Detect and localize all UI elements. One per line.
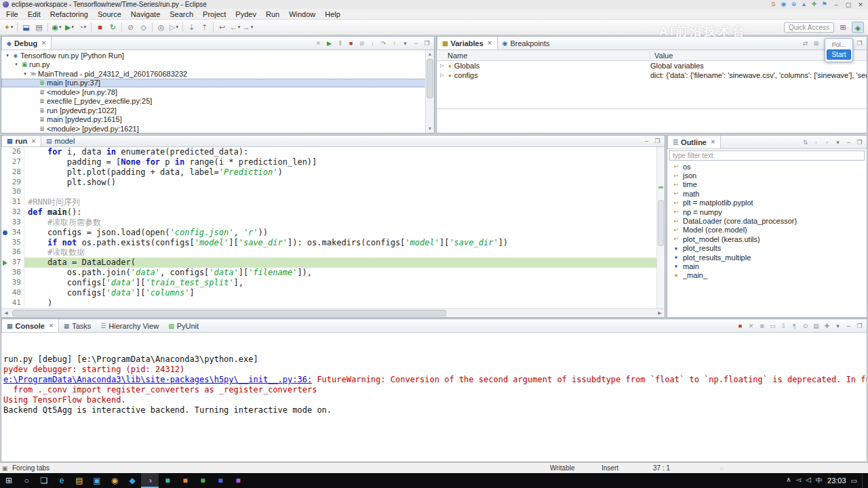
expand-arrow-icon[interactable]: ▾ xyxy=(4,53,11,58)
close-icon[interactable]: ✕ xyxy=(488,40,492,46)
tab-tasks[interactable]: ▦Tasks xyxy=(59,319,96,332)
debug-tree-item[interactable]: ≣execfile [_pydev_execfile.py:25] xyxy=(1,97,434,106)
debug-tree-item[interactable]: ▾≫MainThread - pid_24312_id_260176068323… xyxy=(1,69,434,79)
close-icon[interactable]: ✕ xyxy=(31,138,36,144)
outline-item-plot-results-multiple[interactable]: ●plot_results_multiple xyxy=(667,253,867,262)
new-module-icon[interactable]: ◇ xyxy=(138,21,149,33)
new-wizard-icon[interactable]: ✦▾ xyxy=(3,21,14,33)
recorder-badge-icon[interactable]: S xyxy=(769,1,778,8)
disconnect-icon[interactable]: ⊘ xyxy=(357,40,367,47)
menu-item-edit[interactable]: Edit xyxy=(23,9,45,19)
print-icon[interactable]: ▤ xyxy=(33,21,45,33)
outline-item-np-numpy[interactable]: ↩np = numpy xyxy=(667,207,867,216)
profile-icon[interactable]: ◔▾ xyxy=(77,21,88,33)
scroll-down-icon[interactable]: ▼ xyxy=(426,125,434,133)
expand-arrow-icon[interactable]: ▷ xyxy=(439,73,446,78)
scroll-up-icon[interactable]: ▲ xyxy=(426,50,434,58)
tab-hierarchy-view[interactable]: ☰Hierarchy View xyxy=(96,319,163,332)
menu-item-refactoring[interactable]: Refactoring xyxy=(45,9,93,19)
last-edit-icon[interactable]: ↩ xyxy=(216,21,228,33)
outline-item-math[interactable]: ↩math xyxy=(667,189,867,198)
scroll-lock-icon[interactable]: ⇩ xyxy=(778,323,789,329)
code-line[interactable]: 37 data = DataLoader( xyxy=(1,258,656,268)
run-icon[interactable]: ▶▾ xyxy=(64,21,75,33)
close-icon[interactable]: ✕ xyxy=(49,323,54,329)
menu-item-window[interactable]: Window xyxy=(284,9,320,19)
prev-annotation-icon[interactable]: ⇡ xyxy=(199,21,210,33)
forward-icon[interactable]: →▾ xyxy=(242,21,254,33)
close-icon[interactable]: ✕ xyxy=(711,139,715,145)
expand-arrow-icon[interactable]: ▾ xyxy=(22,71,28,77)
code-line[interactable]: 38 os.path.join('data', configs['data'][… xyxy=(1,268,656,278)
code-line[interactable]: 30 xyxy=(1,187,656,197)
maximize-view-icon[interactable]: ❐ xyxy=(652,138,663,144)
back-icon[interactable]: ←▾ xyxy=(229,21,241,33)
code-line[interactable]: 35 if not os.path.exists(configs['model'… xyxy=(1,238,656,248)
taskbar-app-explorer[interactable]: ▤ xyxy=(71,473,88,488)
menu-item-source[interactable]: Source xyxy=(93,9,126,19)
task-view-icon[interactable]: ❏ xyxy=(35,473,53,488)
external-tools-icon[interactable]: ▷▾ xyxy=(168,21,180,33)
taskbar-app-green[interactable]: ■ xyxy=(194,473,212,488)
start-button[interactable]: ⊞ xyxy=(0,473,18,488)
outline-item-time[interactable]: ↩time xyxy=(667,180,867,189)
debug-scrollbar[interactable]: ▲ ▼ xyxy=(425,50,434,133)
close-window-button[interactable]: ✕ xyxy=(856,1,865,8)
code-line[interactable]: 34 configs = json.load(open('config.json… xyxy=(1,228,656,238)
menu-item-project[interactable]: Project xyxy=(198,9,231,19)
code-line[interactable]: 29 plt.show() xyxy=(1,178,656,188)
outline-item-plot-model-keras-utils[interactable]: ↩plot_model (keras.utils) xyxy=(667,235,867,243)
tray-volume-icon[interactable]: ◁ xyxy=(806,476,811,485)
tab-console[interactable]: ▤Console✕ xyxy=(1,319,59,332)
code-line[interactable]: 31#RNN时间序列 xyxy=(1,197,656,207)
quick-access-field[interactable]: Quick Access xyxy=(784,22,834,33)
minimize-view-icon[interactable]: – xyxy=(844,323,854,329)
code-line[interactable]: 33 #读取所需参数 xyxy=(1,218,656,228)
titlebar-tray-icon-3[interactable]: ▲ xyxy=(800,1,808,8)
resume-icon[interactable]: ▶ xyxy=(324,40,334,47)
debug-tree-item[interactable]: ▾◈Tensorflow run.py [Python Run] xyxy=(1,51,434,60)
taskbar-app-vscode[interactable]: ◆ xyxy=(123,473,141,488)
menu-item-search[interactable]: Search xyxy=(165,9,198,19)
code-line[interactable]: 28 plt.plot(padding + data, label='Predi… xyxy=(1,167,656,178)
show-desktop-button[interactable] xyxy=(862,473,865,488)
code-line[interactable]: 26 for i, data in enumerate(predicted_da… xyxy=(1,147,656,157)
tray-input-icon[interactable]: 中 xyxy=(816,476,823,485)
titlebar-tray-icon-4[interactable]: ✚ xyxy=(810,1,818,8)
overview-ruler[interactable] xyxy=(656,147,665,308)
maximize-window-button[interactable]: ▢ xyxy=(844,1,853,8)
outline-item-os[interactable]: ↩os xyxy=(667,162,867,171)
taskbar-app-blue[interactable]: ■ xyxy=(212,473,229,488)
debug-tree-item[interactable]: ≣<module> [run.py:78] xyxy=(1,87,434,97)
menu-item-pydev[interactable]: Pydev xyxy=(231,9,261,19)
code-line[interactable]: 41 ) xyxy=(1,298,656,308)
taskbar-search-icon[interactable]: ○ xyxy=(18,473,35,488)
open-console-icon[interactable]: ✚ xyxy=(822,323,832,329)
hide-static-icon[interactable]: ▫ xyxy=(822,139,832,146)
maximize-view-icon[interactable]: ❐ xyxy=(422,40,432,47)
outline-item-json[interactable]: ↩json xyxy=(667,171,867,180)
tab-variables[interactable]: ▤Variables✕ xyxy=(437,37,498,49)
terminate-icon[interactable]: ■ xyxy=(735,323,745,329)
taskbar-app-purple[interactable]: ■ xyxy=(229,473,247,488)
tab-outline[interactable]: ☰ Outline ✕ xyxy=(667,136,721,148)
menu-item-file[interactable]: File xyxy=(1,9,23,19)
outline-item-dataloader-core-data-processor[interactable]: ↩DataLoader (core.data_processor) xyxy=(667,216,867,225)
scrollbar-thumb[interactable] xyxy=(427,59,433,98)
code-line[interactable]: 40 configs['data']['columns'] xyxy=(1,288,656,298)
word-wrap-icon[interactable]: ¶ xyxy=(789,323,800,329)
debug-tree-item[interactable]: ≣main [pydevd.py:1615] xyxy=(1,115,434,125)
suspend-icon[interactable]: ‖ xyxy=(335,40,345,47)
code-line[interactable]: 27 padding = [None for p in range(i * pr… xyxy=(1,157,656,167)
view-menu-icon[interactable]: ▾ xyxy=(400,40,410,47)
sort-icon[interactable]: ⇅ xyxy=(800,139,810,146)
display-console-icon[interactable]: ▤ xyxy=(811,323,821,329)
next-annotation-icon[interactable]: ⇣ xyxy=(186,21,197,33)
menu-item-run[interactable]: Run xyxy=(261,9,284,19)
relaunch-icon[interactable]: ↻ xyxy=(107,21,119,33)
menu-item-navigate[interactable]: Navigate xyxy=(126,9,165,19)
console-output[interactable]: run.py [debug] [e:\ProgramData\Anaconda3… xyxy=(1,333,867,462)
terminate-icon[interactable]: ■ xyxy=(346,40,356,47)
save-icon[interactable]: ⬓ xyxy=(20,21,32,33)
tray-network-icon[interactable]: ◅ xyxy=(796,476,802,485)
